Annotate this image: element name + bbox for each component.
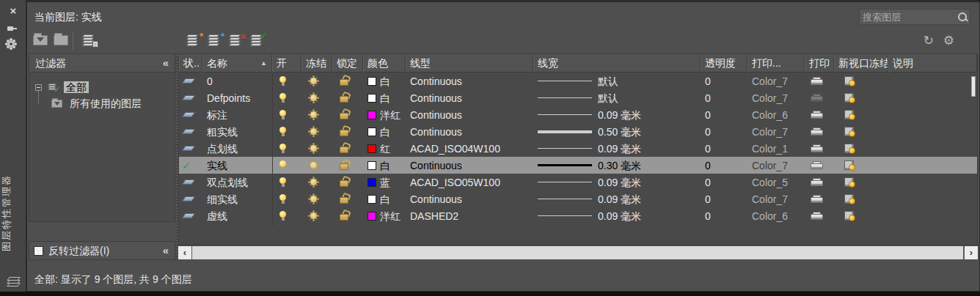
layer-transparency-cell[interactable]: 0 bbox=[701, 106, 747, 123]
layer-color-cell[interactable]: 白 bbox=[363, 89, 406, 106]
column-header-lineweight[interactable]: 线宽 bbox=[533, 54, 701, 73]
column-header-linetype[interactable]: 线型 bbox=[406, 54, 533, 73]
layer-row-标注[interactable]: 标注洋红Continuous0.09 毫米0Color_6 bbox=[179, 106, 977, 123]
layer-lineweight-cell[interactable]: 默认 bbox=[533, 73, 701, 89]
bulb-on-icon[interactable] bbox=[279, 160, 286, 170]
layer-color-cell[interactable]: 白 bbox=[363, 123, 406, 140]
sun-thaw-icon[interactable] bbox=[310, 212, 317, 219]
layer-name-cell[interactable]: 0 bbox=[202, 73, 272, 89]
layer-name-cell[interactable]: Defpoints bbox=[202, 89, 272, 106]
layer-plot-style-cell[interactable]: Color_1 bbox=[747, 140, 805, 157]
bulb-on-icon[interactable] bbox=[279, 194, 286, 204]
pin-icon[interactable] bbox=[7, 25, 18, 32]
layer-freeze-cell[interactable] bbox=[301, 106, 332, 123]
layer-vp-freeze-cell[interactable] bbox=[834, 106, 888, 123]
layer-row-点划线[interactable]: 点划线红ACAD_ISO04W1000.09 毫米0Color_1 bbox=[179, 140, 977, 157]
printer-icon[interactable] bbox=[811, 144, 822, 153]
unlock-icon[interactable] bbox=[340, 110, 348, 120]
layer-name-cell[interactable]: 双点划线 bbox=[202, 174, 272, 190]
layer-freeze-cell[interactable] bbox=[301, 207, 332, 224]
new-property-filter-icon[interactable] bbox=[33, 35, 48, 45]
layer-description-cell[interactable] bbox=[888, 106, 977, 123]
layer-plot-cell[interactable] bbox=[805, 106, 834, 123]
layer-row-Defpoints[interactable]: Defpoints白Continuous默认0Color_7 bbox=[179, 89, 977, 106]
layer-lock-cell[interactable] bbox=[332, 174, 363, 190]
filter-tree-item-used[interactable]: 所有使用的图层 bbox=[51, 97, 142, 111]
column-header-status[interactable]: 状.. bbox=[179, 54, 202, 73]
layer-linetype-cell[interactable]: Continuous bbox=[406, 157, 533, 174]
color-swatch[interactable] bbox=[368, 144, 376, 153]
layer-plot-style-cell[interactable]: Color_7 bbox=[747, 157, 805, 174]
layer-freeze-cell[interactable] bbox=[301, 140, 332, 157]
layer-vp-freeze-cell[interactable] bbox=[834, 89, 888, 106]
layer-plot-style-cell[interactable]: Color_7 bbox=[747, 73, 805, 89]
bulb-on-icon[interactable] bbox=[279, 211, 286, 221]
layer-lock-cell[interactable] bbox=[332, 123, 363, 140]
vp-freeze-icon[interactable] bbox=[844, 127, 855, 137]
layer-linetype-cell[interactable]: DASHED2 bbox=[406, 207, 533, 224]
layer-transparency-cell[interactable]: 0 bbox=[701, 207, 747, 224]
sun-thaw-icon[interactable] bbox=[310, 196, 317, 202]
unlock-icon[interactable] bbox=[340, 93, 348, 103]
layer-color-cell[interactable]: 洋红 bbox=[363, 207, 406, 224]
vp-freeze-icon[interactable] bbox=[844, 177, 855, 188]
layer-linetype-cell[interactable]: Continuous bbox=[406, 73, 533, 89]
color-swatch[interactable] bbox=[368, 212, 376, 221]
column-header-name[interactable]: 名称▲ bbox=[202, 54, 272, 73]
layer-lock-cell[interactable] bbox=[332, 157, 363, 174]
filter-used-label[interactable]: 所有使用的图层 bbox=[70, 97, 142, 109]
layer-on-cell[interactable] bbox=[272, 174, 301, 190]
layer-color-cell[interactable]: 白 bbox=[363, 73, 406, 89]
layer-plot-style-cell[interactable]: Color_7 bbox=[747, 89, 805, 106]
filter-tree-item-all[interactable]: ✓ 全部 bbox=[35, 81, 89, 95]
layer-lineweight-cell[interactable]: 0.09 毫米 bbox=[533, 190, 701, 207]
new-group-filter-icon[interactable] bbox=[54, 35, 68, 45]
bulb-on-icon[interactable] bbox=[279, 144, 286, 153]
layer-transparency-cell[interactable]: 0 bbox=[701, 89, 747, 106]
layer-freeze-cell[interactable] bbox=[301, 190, 332, 207]
layer-vp-freeze-cell[interactable] bbox=[834, 207, 888, 224]
unlock-icon[interactable] bbox=[340, 211, 348, 221]
layer-name-cell[interactable]: 虚线 bbox=[202, 207, 272, 224]
layer-vp-freeze-cell[interactable] bbox=[834, 190, 888, 207]
layer-color-cell[interactable]: 红 bbox=[363, 140, 406, 157]
layer-vp-freeze-cell[interactable] bbox=[834, 157, 888, 174]
layer-color-cell[interactable]: 洋红 bbox=[363, 106, 406, 123]
refresh-icon[interactable]: ↻ bbox=[924, 33, 934, 48]
layer-plot-cell[interactable] bbox=[805, 140, 834, 157]
layer-freeze-cell[interactable] bbox=[301, 89, 332, 106]
layer-name-cell[interactable]: 实线 bbox=[202, 157, 272, 174]
color-swatch[interactable] bbox=[368, 127, 376, 136]
printer-icon[interactable] bbox=[811, 212, 822, 221]
layer-linetype-cell[interactable]: Continuous bbox=[406, 89, 533, 106]
unlock-icon[interactable] bbox=[340, 160, 348, 171]
layer-color-cell[interactable]: 白 bbox=[363, 190, 406, 207]
layer-plot-cell[interactable] bbox=[805, 207, 834, 224]
sun-thaw-icon[interactable] bbox=[310, 111, 317, 118]
layer-on-cell[interactable] bbox=[272, 106, 301, 123]
vp-freeze-icon[interactable] bbox=[844, 144, 855, 154]
layer-on-cell[interactable] bbox=[272, 157, 301, 174]
layer-description-cell[interactable] bbox=[888, 207, 977, 224]
column-header-lock[interactable]: 锁定 bbox=[332, 54, 363, 73]
color-swatch[interactable] bbox=[368, 161, 376, 170]
layer-transparency-cell[interactable]: 0 bbox=[701, 140, 747, 157]
layer-plot-cell[interactable] bbox=[805, 73, 834, 89]
layer-lineweight-cell[interactable]: 0.09 毫米 bbox=[533, 207, 701, 224]
layer-freeze-cell[interactable] bbox=[301, 157, 332, 174]
layer-description-cell[interactable] bbox=[888, 174, 977, 190]
layer-freeze-cell[interactable] bbox=[301, 174, 332, 190]
layer-on-cell[interactable] bbox=[272, 89, 301, 106]
layer-name-cell[interactable]: 粗实线 bbox=[202, 123, 272, 140]
vp-freeze-icon[interactable] bbox=[844, 76, 855, 86]
properties-icon[interactable] bbox=[8, 41, 14, 47]
settings-gear-icon[interactable]: ⚙ bbox=[943, 33, 954, 48]
layer-on-cell[interactable] bbox=[272, 207, 301, 224]
layer-lineweight-cell[interactable]: 0.09 毫米 bbox=[533, 140, 701, 157]
printer-icon[interactable] bbox=[811, 77, 822, 86]
layer-color-cell[interactable]: 白 bbox=[363, 157, 406, 174]
layer-lineweight-cell[interactable]: 0.09 毫米 bbox=[533, 174, 701, 190]
layer-lineweight-cell[interactable]: 0.50 毫米 bbox=[533, 123, 701, 140]
printer-icon[interactable] bbox=[811, 127, 822, 136]
sort-ascending-icon[interactable]: ▲ bbox=[260, 54, 267, 72]
